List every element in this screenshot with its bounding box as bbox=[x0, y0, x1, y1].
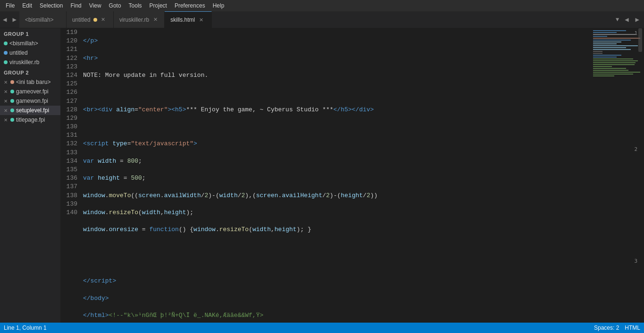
ln-119: 119 bbox=[64, 28, 77, 37]
tab-viruskiller-label: viruskiller.rb bbox=[119, 17, 149, 23]
code-line-134: </body> bbox=[83, 294, 590, 303]
main-area: GROUP 1 <bismillah> untitled viruskiller… bbox=[0, 28, 644, 323]
menu-view[interactable]: View bbox=[85, 1, 105, 10]
tab-untitled[interactable]: untitled ✕ bbox=[67, 11, 114, 28]
code-line-123: <br><div align="center"><h5>*** Enjoy th… bbox=[83, 106, 590, 114]
menu-selection[interactable]: Selection bbox=[36, 1, 67, 10]
tab-untitled-label: untitled bbox=[72, 17, 91, 23]
sidebar-item-setuplevel[interactable]: ✕ setuplevel.fpi bbox=[0, 106, 60, 115]
svg-rect-18 bbox=[593, 62, 636, 63]
minimap-num-2: 2 bbox=[634, 146, 637, 152]
tab-dropdown-btn[interactable]: ▼ bbox=[614, 16, 621, 24]
ln-128: 128 bbox=[64, 106, 77, 114]
tab-scroll-left[interactable]: ◀ bbox=[622, 16, 631, 24]
ln-138: 138 bbox=[64, 191, 77, 200]
tab-skills[interactable]: skills.html ✕ bbox=[165, 11, 212, 28]
status-spaces: Spaces: 2 bbox=[594, 325, 619, 331]
sidebar-item-initar[interactable]: ✕ <ini tab baru> bbox=[0, 77, 60, 87]
untitled-dot bbox=[4, 51, 8, 55]
status-position: Line 1, Column 1 bbox=[4, 325, 47, 331]
titlepage-close[interactable]: ✕ bbox=[4, 117, 8, 123]
code-line-131 bbox=[83, 243, 590, 251]
tab-bismillah-label: <bismillah> bbox=[25, 17, 54, 23]
code-line-122 bbox=[83, 88, 590, 97]
tab-nav-right[interactable]: ▶ bbox=[9, 11, 19, 28]
tab-dropdown: ▼ ◀ ▶ bbox=[612, 16, 644, 24]
ln-136: 136 bbox=[64, 174, 77, 183]
menu-project[interactable]: Project bbox=[146, 1, 171, 10]
code-line-126: var width = 800; bbox=[83, 157, 590, 166]
code-line-121: NOTE: More update in full version. bbox=[83, 71, 590, 80]
ln-123: 123 bbox=[64, 63, 77, 71]
svg-rect-1 bbox=[593, 30, 626, 31]
ln-137: 137 bbox=[64, 183, 77, 191]
svg-rect-16 bbox=[593, 58, 633, 59]
gameover-close[interactable]: ✕ bbox=[4, 89, 8, 94]
menu-edit[interactable]: Edit bbox=[18, 1, 36, 10]
code-line-125: <script type="text/javascript"> bbox=[83, 140, 590, 148]
tab-nav-left[interactable]: ◀ bbox=[0, 11, 9, 28]
minimap: 1 2 3 bbox=[592, 28, 644, 323]
svg-rect-11 bbox=[593, 49, 631, 50]
gameover-dot bbox=[10, 90, 14, 93]
sidebar-bismillah-label: <bismillah> bbox=[9, 40, 38, 47]
sidebar-item-viruskiller[interactable]: viruskiller.rb bbox=[0, 58, 60, 67]
svg-rect-21 bbox=[593, 68, 626, 69]
tab-viruskiller-close[interactable]: ✕ bbox=[152, 17, 159, 23]
line-numbers: 119 120 121 122 123 124 125 126 127 128 … bbox=[60, 28, 81, 323]
sidebar-item-bismillah[interactable]: <bismillah> bbox=[0, 39, 60, 48]
ln-135: 135 bbox=[64, 166, 77, 174]
initar-close[interactable]: ✕ bbox=[4, 80, 8, 85]
menu-goto[interactable]: Goto bbox=[105, 1, 125, 10]
tab-viruskiller[interactable]: viruskiller.rb ✕ bbox=[114, 11, 165, 28]
sidebar-item-gameover[interactable]: ✕ gameover.fpi bbox=[0, 87, 60, 96]
svg-rect-6 bbox=[593, 40, 631, 41]
svg-rect-25 bbox=[593, 75, 614, 76]
tab-bar: ◀ ▶ <bismillah> untitled ✕ viruskiller.r… bbox=[0, 11, 644, 28]
ln-120: 120 bbox=[64, 37, 77, 45]
tab-untitled-close[interactable]: ✕ bbox=[100, 17, 107, 23]
menu-preferences[interactable]: Preferences bbox=[171, 1, 209, 10]
ln-125: 125 bbox=[64, 80, 77, 88]
initar-dot bbox=[10, 80, 14, 84]
sidebar-gamewon-label: gamewon.fpi bbox=[16, 98, 48, 104]
sidebar-item-gamewon[interactable]: ✕ gamewon.fpi bbox=[0, 96, 60, 106]
svg-rect-20 bbox=[593, 66, 612, 67]
svg-rect-22 bbox=[593, 70, 628, 71]
setuplevel-close[interactable]: ✕ bbox=[4, 108, 8, 113]
sidebar-item-titlepage[interactable]: ✕ titlepage.fpi bbox=[0, 115, 60, 125]
editor-area[interactable]: 119 120 121 122 123 124 125 126 127 128 … bbox=[60, 28, 644, 323]
svg-rect-14 bbox=[593, 55, 621, 56]
menu-tools[interactable]: Tools bbox=[125, 1, 146, 10]
tab-skills-close[interactable]: ✕ bbox=[198, 17, 204, 23]
svg-rect-4 bbox=[593, 36, 607, 37]
code-editor[interactable]: </p> <hr> NOTE: More update in full vers… bbox=[81, 28, 592, 323]
viruskiller-dot bbox=[4, 60, 8, 64]
sidebar-titlepage-label: titlepage.fpi bbox=[16, 117, 45, 123]
svg-rect-15 bbox=[593, 57, 617, 58]
tab-bismillah[interactable]: <bismillah> bbox=[19, 11, 67, 28]
gamewon-dot bbox=[10, 99, 14, 103]
code-line-135: </html><!--"k\»¹nGñŒ þ!²Ñ+Q\Ï ë_.NAKé,Æä… bbox=[83, 311, 590, 320]
ln-139: 139 bbox=[64, 200, 77, 208]
minimap-content: 1 2 3 bbox=[592, 28, 644, 323]
status-right: Spaces: 2 HTML bbox=[594, 325, 640, 331]
titlepage-dot bbox=[10, 118, 14, 122]
status-bar: Line 1, Column 1 Spaces: 2 HTML bbox=[0, 323, 644, 333]
code-line-130: window.onresize = function() {window.res… bbox=[83, 225, 590, 234]
code-line-124 bbox=[83, 123, 590, 131]
tab-scroll-right[interactable]: ▶ bbox=[633, 16, 642, 24]
menu-find[interactable]: Find bbox=[67, 1, 85, 10]
sidebar-item-untitled[interactable]: untitled bbox=[0, 48, 60, 58]
sidebar: GROUP 1 <bismillah> untitled viruskiller… bbox=[0, 28, 60, 323]
ln-140: 140 bbox=[64, 208, 77, 217]
svg-rect-17 bbox=[593, 60, 638, 61]
menu-help[interactable]: Help bbox=[209, 1, 228, 10]
menu-file[interactable]: File bbox=[2, 1, 18, 10]
gamewon-close[interactable]: ✕ bbox=[4, 99, 8, 104]
code-line-133: </script> bbox=[83, 277, 590, 285]
menu-bar: File Edit Selection Find View Goto Tools… bbox=[0, 0, 644, 11]
group1-header: GROUP 1 bbox=[0, 28, 60, 39]
minimap-num-3: 3 bbox=[634, 258, 637, 264]
code-line-132 bbox=[83, 260, 590, 268]
